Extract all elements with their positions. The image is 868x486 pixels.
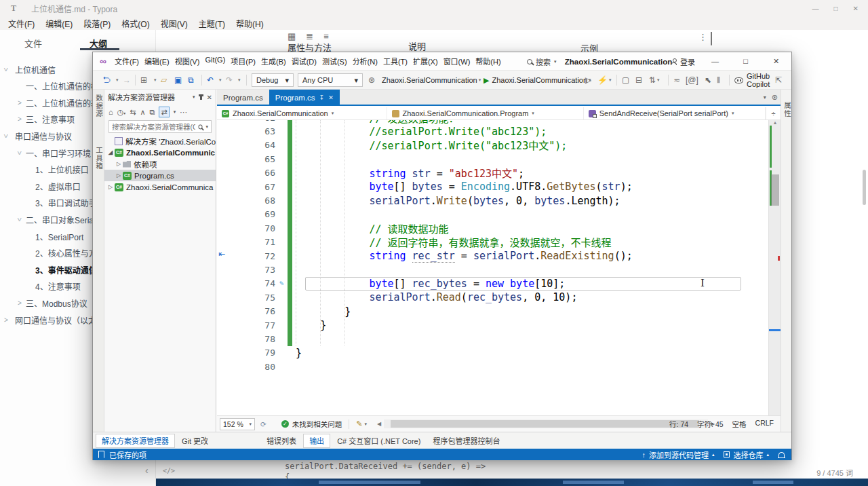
share-icon[interactable]: ⇱	[775, 71, 782, 90]
panel-tab[interactable]: 输出	[303, 434, 330, 448]
vs-menu-item[interactable]: 视图(V)	[172, 56, 203, 67]
source-mode-icon[interactable]: </>	[163, 467, 175, 474]
tree-expander-icon[interactable]: ▷	[115, 161, 122, 167]
typora-menu-item[interactable]: 段落(P)	[78, 18, 116, 29]
table-grid-icon[interactable]: ▦	[288, 31, 296, 41]
sync-icon[interactable]: ⟳	[260, 420, 267, 428]
sidebar-collapse-icon[interactable]: ‹	[145, 465, 149, 476]
sign-in-button[interactable]: 登录	[671, 52, 695, 71]
code-line[interactable]: 71 // 返回字符串，有数据就拿，没数据就空，不卡线程	[217, 236, 768, 249]
vs-menu-item[interactable]: Git(G)	[202, 56, 228, 67]
add-to-source-control-button[interactable]: ↑ 添加到源代码管理 ▴	[642, 449, 714, 460]
columns-icon[interactable]: ⫴	[717, 71, 720, 90]
code-line[interactable]: 76 }	[217, 304, 768, 318]
github-copilot-icon[interactable]	[734, 71, 743, 90]
typora-menu-item[interactable]: 主题(T)	[193, 18, 231, 29]
code-cleanup-icon[interactable]: ✎	[356, 419, 362, 428]
vs-menu-item[interactable]: 编辑(E)	[142, 56, 172, 67]
typora-menu-item[interactable]: 帮助(H)	[231, 18, 269, 29]
show-all-files-icon[interactable]: ⧉	[150, 108, 155, 117]
tree-item[interactable]: ▷C#Zhaoxi.SerialCommunica	[104, 181, 216, 193]
run-button[interactable]: ▶Zhaoxi.SerialCommunication▾	[484, 71, 591, 90]
code-line[interactable]: 66 string str = "abc123中文";	[217, 166, 768, 180]
vs-window-control-icon[interactable]: —	[700, 52, 730, 71]
split-editor-icon[interactable]: ÷	[766, 107, 781, 119]
collapse-all-icon[interactable]: ∧	[140, 108, 146, 117]
panel-tab[interactable]: Git 更改	[176, 434, 214, 448]
typora-menu-item[interactable]: 视图(V)	[155, 18, 193, 29]
tree-item[interactable]: 解决方案 'Zhaoxi.SerialComm	[104, 135, 216, 147]
chevron-down-icon[interactable]: ▾	[365, 422, 368, 427]
ellipsis-icon[interactable]: ⋯	[180, 108, 187, 117]
chevron-down-icon[interactable]: ▾	[205, 124, 208, 130]
tree-item[interactable]: ▷C#Program.cs	[104, 170, 216, 181]
nav-back-caret-icon[interactable]: ▾	[115, 71, 119, 90]
tree-item[interactable]: ▷依赖项	[104, 158, 216, 170]
navigate-updown-icon[interactable]: ⇅▾	[649, 71, 660, 90]
close-icon[interactable]: ✕	[328, 94, 334, 101]
hscrollbar-thumb[interactable]	[391, 420, 699, 428]
nav-forward-icon[interactable]: →	[123, 71, 131, 90]
solution-config-dropdown[interactable]: Debug▾	[252, 73, 294, 87]
panel-tab[interactable]: 解决方案资源管理器	[96, 434, 175, 448]
vs-window-control-icon[interactable]: ✕	[761, 52, 791, 71]
sync-with-active-document-icon[interactable]: ⇄	[159, 107, 169, 117]
notifications-bell-icon[interactable]	[778, 452, 785, 457]
chevron-down-icon[interactable]: ▾	[193, 94, 195, 100]
sidebar-tab-files[interactable]: 文件	[24, 37, 42, 50]
panel-tab[interactable]: 程序包管理器控制台	[427, 434, 505, 448]
close-icon[interactable]: ✕	[207, 94, 212, 101]
kebab-menu-icon[interactable]: ⋮	[698, 32, 707, 42]
align-icon[interactable]: ≡	[323, 31, 329, 41]
vs-menu-item[interactable]: 帮助(H)	[473, 56, 503, 67]
panel-tab[interactable]: C# 交互窗口 (.NET Core)	[332, 434, 426, 448]
nav-back-icon[interactable]: ⮌	[102, 71, 111, 90]
vs-menu-item[interactable]: 扩展(X)	[410, 56, 441, 67]
window-layout-icon[interactable]: ⊟	[635, 71, 642, 90]
run-no-debug-icon[interactable]: ▷	[585, 71, 591, 90]
breadcrumb-segment[interactable]: Zhaoxi.SerialCommunication.Program▾	[387, 107, 584, 119]
home-icon[interactable]: ⌂	[108, 108, 113, 116]
vs-menu-item[interactable]: 文件(F)	[112, 56, 142, 67]
vs-menu-item[interactable]: 分析(N)	[350, 56, 380, 67]
editor-scrollbar[interactable]: ▲	[768, 120, 781, 415]
undo-caret-icon[interactable]: ▾	[218, 71, 222, 90]
vs-window-control-icon[interactable]: □	[730, 52, 761, 71]
startup-gear-icon[interactable]: ⊛	[368, 71, 375, 90]
code-line[interactable]: 77 }	[217, 318, 768, 332]
typora-menu-item[interactable]: 编辑(E)	[40, 18, 78, 29]
switch-views-icon[interactable]: ⇆	[130, 108, 136, 117]
code-line[interactable]: 72 string rec_str = serialPort.ReadExist…	[217, 249, 768, 263]
indent-mode[interactable]: 空格	[732, 419, 747, 429]
open-folder-icon[interactable]: ▱	[161, 71, 167, 90]
vs-menu-item[interactable]: 测试(S)	[319, 56, 350, 67]
code-line[interactable]: 70 // 读取数据功能	[217, 221, 768, 235]
undo-icon[interactable]: ↶	[207, 71, 214, 90]
outline-chevron-icon[interactable]: >	[18, 115, 22, 123]
tree-expander-icon[interactable]: ▷	[107, 184, 114, 190]
startup-project-dropdown[interactable]: Zhaoxi.SerialCommunication▾	[379, 71, 481, 90]
save-icon[interactable]: ▣	[174, 71, 182, 90]
code-line[interactable]: 78	[217, 332, 768, 345]
editor-tab[interactable]: Program.cs	[217, 90, 269, 106]
scroll-up-icon[interactable]: ▲	[769, 120, 781, 125]
new-project-icon[interactable]: ⊞	[140, 71, 147, 90]
redo-caret-icon[interactable]: ▾	[237, 71, 241, 90]
vs-menu-item[interactable]: 工具(T)	[380, 56, 410, 67]
code-line[interactable]: 63 //serialPort.Write("abc123");	[217, 124, 768, 138]
typora-menu-item[interactable]: 文件(F)	[3, 18, 40, 29]
code-line[interactable]: 67 byte[] bytes = Encoding.UTF8.GetBytes…	[217, 180, 768, 193]
new-item-caret-icon[interactable]: ▾	[153, 71, 157, 90]
pin-icon[interactable]: ↧	[319, 94, 325, 101]
trash-icon[interactable]	[711, 33, 712, 45]
gear-icon[interactable]: ⊛	[772, 93, 778, 102]
code-line[interactable]: 73	[217, 263, 768, 276]
outline-chevron-icon[interactable]: >	[16, 217, 23, 221]
tree-item[interactable]: ◢C#Zhaoxi.SerialCommunic	[104, 147, 216, 158]
code-line[interactable]: 68 serialPort.Write(bytes, 0, bytes.Leng…	[217, 193, 768, 207]
vs-menu-item[interactable]: 窗口(W)	[441, 56, 473, 67]
solution-platform-dropdown[interactable]: Any CPU▾	[298, 73, 363, 87]
typora-window-control-icon[interactable]: □	[834, 5, 838, 12]
scroll-left-icon[interactable]: ◀	[377, 421, 381, 427]
panel-tab[interactable]: 错误列表	[261, 434, 302, 448]
